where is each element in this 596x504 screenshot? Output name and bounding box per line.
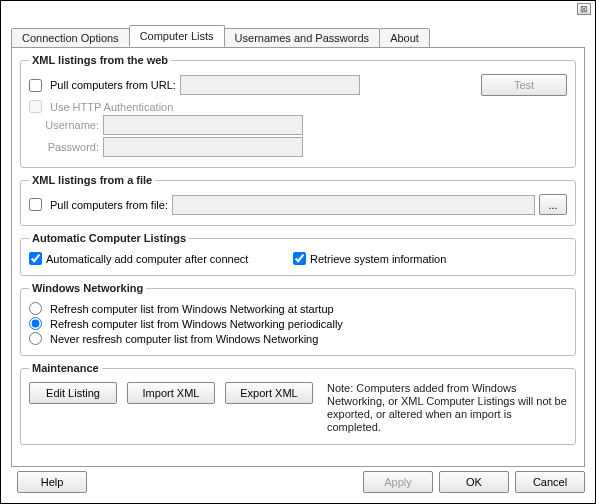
- apply-button[interactable]: Apply: [363, 471, 433, 493]
- close-icon[interactable]: ⊠: [577, 3, 591, 15]
- edit-listing-button[interactable]: Edit Listing: [29, 382, 117, 404]
- use-http-auth-checkbox: [29, 100, 42, 113]
- group-maintenance-legend: Maintenance: [29, 362, 102, 374]
- tab-about[interactable]: About: [379, 28, 430, 48]
- username-label: Username:: [29, 119, 99, 131]
- group-xml-file: XML listings from a file Pull computers …: [20, 174, 576, 226]
- refresh-startup-radio[interactable]: [29, 302, 42, 315]
- refresh-periodic-radio[interactable]: [29, 317, 42, 330]
- auto-add-checkbox[interactable]: [29, 252, 42, 265]
- tab-bar: Connection Options Computer Lists Userna…: [11, 25, 585, 47]
- use-http-auth-label: Use HTTP Authentication: [50, 101, 173, 113]
- group-maintenance: Maintenance Edit Listing Import XML Expo…: [20, 362, 576, 445]
- maintenance-note: Note: Computers added from Windows Netwo…: [327, 382, 567, 434]
- refresh-never-label: Never resfresh computer list from Window…: [50, 333, 318, 345]
- dialog-footer: Help Apply OK Cancel: [11, 471, 585, 493]
- pull-from-url-label: Pull computers from URL:: [50, 79, 176, 91]
- refresh-startup-label: Refresh computer list from Windows Netwo…: [50, 303, 334, 315]
- group-xml-web-legend: XML listings from the web: [29, 54, 171, 66]
- cancel-button[interactable]: Cancel: [515, 471, 585, 493]
- refresh-periodic-label: Refresh computer list from Windows Netwo…: [50, 318, 343, 330]
- tab-usernames-passwords[interactable]: Usernames and Passwords: [224, 28, 381, 48]
- tab-panel: XML listings from the web Pull computers…: [11, 47, 585, 467]
- ok-button[interactable]: OK: [439, 471, 509, 493]
- tab-connection-options[interactable]: Connection Options: [11, 28, 130, 48]
- test-button[interactable]: Test: [481, 74, 567, 96]
- password-input: [103, 137, 303, 157]
- group-automatic-legend: Automatic Computer Listings: [29, 232, 189, 244]
- import-xml-button[interactable]: Import XML: [127, 382, 215, 404]
- pull-from-url-checkbox[interactable]: [29, 79, 42, 92]
- dialog-window: ⊠ Connection Options Computer Lists User…: [0, 0, 596, 504]
- group-automatic-listings: Automatic Computer Listings Automaticall…: [20, 232, 576, 276]
- pull-from-file-label: Pull computers from file:: [50, 199, 168, 211]
- group-windows-networking: Windows Networking Refresh computer list…: [20, 282, 576, 356]
- help-button[interactable]: Help: [17, 471, 87, 493]
- password-label: Password:: [29, 141, 99, 153]
- retrieve-info-checkbox[interactable]: [293, 252, 306, 265]
- file-path-input[interactable]: [172, 195, 535, 215]
- pull-from-file-checkbox[interactable]: [29, 198, 42, 211]
- auto-add-label: Automatically add computer after connect: [46, 253, 248, 265]
- browse-button[interactable]: ...: [539, 194, 567, 215]
- url-input[interactable]: [180, 75, 360, 95]
- group-xml-web: XML listings from the web Pull computers…: [20, 54, 576, 168]
- refresh-never-radio[interactable]: [29, 332, 42, 345]
- export-xml-button[interactable]: Export XML: [225, 382, 313, 404]
- retrieve-info-label: Retrieve system information: [310, 253, 446, 265]
- tab-computer-lists[interactable]: Computer Lists: [129, 25, 225, 47]
- username-input: [103, 115, 303, 135]
- group-winnet-legend: Windows Networking: [29, 282, 146, 294]
- group-xml-file-legend: XML listings from a file: [29, 174, 155, 186]
